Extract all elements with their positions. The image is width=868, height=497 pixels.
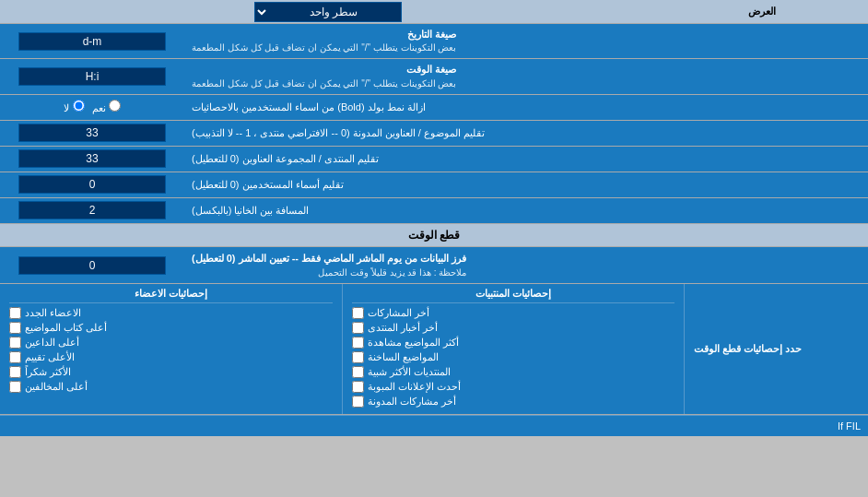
stats-members-check-3[interactable] xyxy=(9,351,21,363)
time-format-label: صيغة الوقت بعض التكوينات يتطلب "/" التي … xyxy=(184,59,868,93)
if-fil-text: If FIL xyxy=(838,420,861,432)
cell-distance-input[interactable] xyxy=(18,201,166,219)
forum-count-input-container xyxy=(0,147,184,172)
stats-contributions-label-6: أخر مشاركات المدونة xyxy=(368,396,456,408)
stats-item-contributions-4: المنتديات الأكثر شبية xyxy=(352,366,675,378)
time-format-input[interactable] xyxy=(18,67,166,86)
stats-item-members-0: الاعضاء الجدد xyxy=(9,307,333,319)
stats-members-check-2[interactable] xyxy=(9,337,21,349)
stats-contributions-label-2: أكثر المواضيع مشاهدة xyxy=(368,337,459,349)
bold-remove-label: ازالة نمط بولد (Bold) من اسماء المستخدمي… xyxy=(184,95,868,120)
stats-contributions-label-4: المنتديات الأكثر شبية xyxy=(368,366,451,378)
cutoff-row-label: فرز البيانات من يوم الماشر الماضي فقط --… xyxy=(184,247,868,284)
stats-contributions-check-3[interactable] xyxy=(352,351,364,363)
bold-remove-radio-container: نعم لا xyxy=(0,95,184,120)
stats-members-label-1: أعلى كتاب المواضيع xyxy=(25,322,107,334)
cell-distance-input-container xyxy=(0,198,184,223)
stats-contributions-check-5[interactable] xyxy=(352,381,364,393)
stats-members-label-4: الأكثر شكراً xyxy=(25,366,71,378)
header-right-label: العرض xyxy=(656,0,868,23)
radio-yes[interactable] xyxy=(109,100,121,112)
stats-item-members-1: أعلى كتاب المواضيع xyxy=(9,322,333,334)
if-fil-row: If FIL xyxy=(0,415,868,436)
stats-members-label-5: أعلى المخالفين xyxy=(25,381,88,393)
stats-contributions-label-3: المواضيع الساخنة xyxy=(368,351,439,363)
date-format-label: صيغة التاريخ بعض التكوينات يتطلب "/" الت… xyxy=(184,24,868,58)
stats-contributions-check-6[interactable] xyxy=(352,396,364,408)
stats-section-label: حدد إحصائيات قطع الوقت xyxy=(684,284,868,414)
stats-contributions-label-0: أخر المشاركات xyxy=(368,307,429,319)
members-stats-col: إحصائيات الاعضاء الاعضاء الجدد أعلى كتاب… xyxy=(0,284,342,414)
stats-contributions-check-1[interactable] xyxy=(352,322,364,334)
stats-members-label-3: الأعلى تقييم xyxy=(25,351,75,363)
radio-yes-label: نعم xyxy=(92,100,121,114)
members-stats-title: إحصائيات الاعضاء xyxy=(9,288,333,303)
time-format-input-container xyxy=(0,59,184,93)
topics-count-label: تقليم الموضوع / العناوين المدونة (0 -- ا… xyxy=(184,121,868,146)
cutoff-section-header: قطع الوقت xyxy=(0,224,868,247)
stats-item-contributions-3: المواضيع الساخنة xyxy=(352,351,675,363)
users-count-input-container xyxy=(0,172,184,197)
users-count-label: تقليم أسماء المستخدمين (0 للتعطيل) xyxy=(184,172,868,197)
stats-contributions-label-5: أحدث الإعلانات المبوبة xyxy=(368,381,461,393)
stats-item-members-3: الأعلى تقييم xyxy=(9,351,333,363)
cutoff-input[interactable] xyxy=(18,256,166,275)
stats-members-check-4[interactable] xyxy=(9,366,21,378)
stats-contributions-check-0[interactable] xyxy=(352,307,364,319)
stats-members-label-2: أعلى الداعين xyxy=(25,337,79,349)
stats-members-check-5[interactable] xyxy=(9,381,21,393)
contributions-stats-title: إحصائيات المنتبيات xyxy=(352,288,675,303)
stats-item-members-5: أعلى المخالفين xyxy=(9,381,333,393)
topics-count-input[interactable] xyxy=(18,124,166,142)
stats-item-contributions-1: أخر أخبار المنتدى xyxy=(352,322,675,334)
stats-item-contributions-5: أحدث الإعلانات المبوبة xyxy=(352,381,675,393)
date-format-input[interactable] xyxy=(18,32,166,51)
stats-contributions-check-2[interactable] xyxy=(352,337,364,349)
stats-item-contributions-2: أكثر المواضيع مشاهدة xyxy=(352,337,675,349)
display-mode-select[interactable]: سطر واحد xyxy=(254,2,402,22)
topics-count-input-container xyxy=(0,121,184,146)
date-format-input-container xyxy=(0,24,184,58)
stats-item-members-4: الأكثر شكراً xyxy=(9,366,333,378)
stats-members-label-0: الاعضاء الجدد xyxy=(25,307,81,319)
radio-no-label: لا xyxy=(64,100,84,114)
stats-item-contributions-6: أخر مشاركات المدونة xyxy=(352,396,675,408)
cell-distance-label: المسافة بين الخانيا (بالبكسل) xyxy=(184,198,868,223)
stats-contributions-label-1: أخر أخبار المنتدى xyxy=(368,322,438,334)
forum-count-input[interactable] xyxy=(18,149,166,168)
users-count-input[interactable] xyxy=(18,175,166,194)
stats-item-members-2: أعلى الداعين xyxy=(9,337,333,349)
stats-contributions-check-4[interactable] xyxy=(352,366,364,378)
cutoff-input-container xyxy=(0,247,184,284)
stats-members-check-0[interactable] xyxy=(9,307,21,319)
radio-no[interactable] xyxy=(73,100,85,112)
contributions-stats-col: إحصائيات المنتبيات أخر المشاركات أخر أخب… xyxy=(342,284,685,414)
stats-members-check-1[interactable] xyxy=(9,322,21,334)
stats-item-contributions-0: أخر المشاركات xyxy=(352,307,675,319)
forum-count-label: تقليم المنتدى / المجموعة العناوين (0 للت… xyxy=(184,147,868,172)
dropdown-container: سطر واحد xyxy=(0,0,656,23)
